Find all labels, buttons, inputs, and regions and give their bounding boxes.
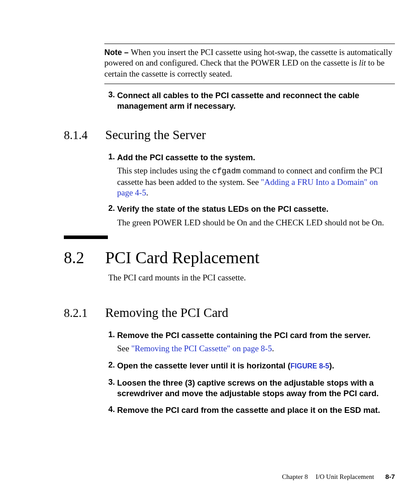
step-number: 1.: [108, 152, 117, 199]
footer-page-number: 8-7: [385, 473, 395, 480]
heading-8-2: 8.2 PCI Card Replacement: [64, 248, 398, 267]
step-item: 1. Remove the PCI cassette containing th…: [108, 330, 394, 354]
step-instruction: Connect all cables to the PCI cassette a…: [117, 90, 394, 112]
section-number: 8.2.1: [64, 306, 103, 320]
note-italic: lit: [359, 58, 366, 67]
steps-8-2-1: 1. Remove the PCI cassette containing th…: [108, 330, 394, 422]
step-description: See "Removing the PCI Cassette" on page …: [117, 343, 394, 354]
heading-8-2-1: 8.2.1 Removing the PCI Card: [64, 305, 398, 320]
step-instruction: Loosen the three (3) captive screws on t…: [117, 378, 394, 399]
section-rule: [64, 235, 108, 239]
note-body-a: When you insert the PCI cassette using h…: [104, 48, 392, 67]
step-instruction: Remove the PCI cassette containing the P…: [117, 330, 394, 341]
step-instruction: Verify the state of the status LEDs on t…: [117, 204, 394, 214]
section-number: 8.2: [64, 248, 103, 267]
step-item: 2. Open the cassette lever until it is h…: [108, 361, 394, 371]
step-number: 2.: [108, 204, 117, 228]
step-item: 2. Verify the state of the status LEDs o…: [108, 204, 394, 228]
step-instruction: Open the cassette lever until it is hori…: [117, 361, 394, 371]
step-instruction: Remove the PCI card from the cassette an…: [117, 405, 394, 416]
cross-reference-link[interactable]: "Removing the PCI Cassette" on page 8-5: [131, 344, 272, 353]
step-number: 2.: [108, 361, 117, 371]
step-description: The green POWER LED should be On and the…: [117, 217, 394, 228]
note-label: Note –: [104, 48, 131, 57]
section-intro: The PCI card mounts in the PCI cassette.: [108, 273, 394, 283]
top-step: 3. Connect all cables to the PCI cassett…: [108, 90, 394, 114]
step-item: 3. Loosen the three (3) captive screws o…: [108, 378, 394, 399]
note-box: Note – When you insert the PCI cassette …: [104, 44, 395, 84]
step-number: 4.: [108, 405, 117, 416]
section-number: 8.1.4: [64, 129, 103, 142]
step-item: 4. Remove the PCI card from the cassette…: [108, 405, 394, 416]
section-title: Removing the PCI Card: [105, 305, 228, 320]
step-number: 3.: [108, 90, 117, 112]
section-title: Securing the Server: [105, 128, 206, 142]
step-item: 1. Add the PCI cassette to the system. T…: [108, 152, 394, 199]
note-text: Note – When you insert the PCI cassette …: [104, 47, 395, 79]
section-title: PCI Card Replacement: [105, 248, 259, 267]
footer-title: I/O Unit Replacement: [316, 473, 374, 480]
step-number: 1.: [108, 330, 117, 354]
figure-reference-link[interactable]: FIGURE 8-5: [291, 362, 329, 370]
step-description: This step includes using the cfgadm comm…: [117, 166, 394, 199]
step-instruction: Add the PCI cassette to the system.: [117, 152, 394, 163]
command-text: cfgadm: [212, 167, 241, 176]
page: Note – When you insert the PCI cassette …: [0, 0, 420, 504]
page-footer: Chapter 8 I/O Unit Replacement 8-7: [0, 473, 395, 481]
step-number: 3.: [108, 378, 117, 399]
heading-8-1-4: 8.1.4 Securing the Server: [64, 128, 398, 142]
steps-8-1-4: 1. Add the PCI cassette to the system. T…: [108, 152, 394, 231]
footer-chapter: Chapter 8: [282, 473, 308, 480]
